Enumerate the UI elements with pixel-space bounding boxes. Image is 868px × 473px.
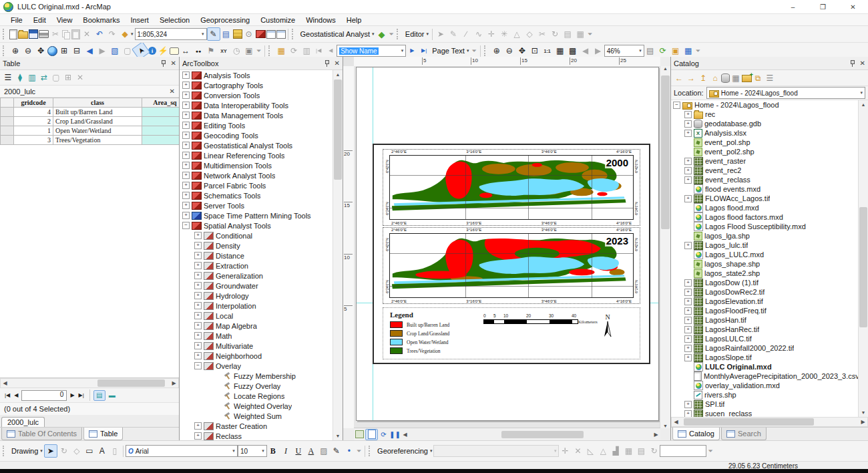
- expander-icon[interactable]: [684, 317, 692, 324]
- expander-icon[interactable]: [684, 167, 692, 174]
- catalog-tree-item[interactable]: sucen_reclass: [671, 409, 859, 417]
- expander-icon[interactable]: [182, 112, 190, 119]
- find-icon[interactable]: [192, 45, 204, 57]
- edit-arrow-icon[interactable]: ➤: [435, 28, 447, 40]
- open-folder-icon[interactable]: [18, 31, 28, 39]
- row-selector[interactable]: [1, 108, 14, 117]
- menu-item[interactable]: Geoprocessing: [195, 15, 255, 25]
- record-nav-button[interactable]: |◀: [3, 392, 12, 398]
- catalog-tree-item[interactable]: event_rec2: [671, 166, 859, 175]
- lulc-map-2023[interactable]: 2023: [389, 233, 634, 298]
- edit-rotate-icon[interactable]: ↻: [549, 28, 561, 40]
- toolbox-tree-item[interactable]: Reclass: [180, 431, 333, 440]
- panel-tab[interactable]: Table: [83, 428, 123, 440]
- draw-rotate-icon[interactable]: ↻: [58, 445, 70, 457]
- data-view-button[interactable]: [354, 430, 365, 440]
- catalog-tree-item[interactable]: MonthlyAveragePrecipitation_2000_2023_3.…: [671, 371, 859, 381]
- draw-callout-icon[interactable]: ▯: [109, 445, 121, 457]
- toolbox-tree-item[interactable]: Raster Creation: [180, 421, 333, 431]
- column-header-gridcode[interactable]: gridcode: [14, 98, 53, 108]
- toolbox-tree-item[interactable]: Conversion Tools: [180, 90, 333, 100]
- undo-icon[interactable]: ↶: [93, 28, 105, 40]
- toolbox-tree-item[interactable]: Local: [180, 311, 333, 321]
- map-layout-frame[interactable]: 2°46'0"E3°16'0"E3°46'0"E4°16'0"E 2°46'0"…: [373, 144, 650, 364]
- close-table-icon[interactable]: ✕: [170, 88, 175, 95]
- expander-icon[interactable]: [684, 298, 692, 305]
- hyperlink-icon[interactable]: ⚡: [157, 45, 169, 57]
- toolbox-tree-item[interactable]: Conditional: [180, 230, 333, 241]
- expander-icon[interactable]: [182, 102, 190, 109]
- add-data-icon[interactable]: ◆: [119, 28, 131, 40]
- page-back-icon[interactable]: ◀: [580, 45, 592, 57]
- panel-tab[interactable]: Search: [721, 428, 767, 440]
- drawing-menu[interactable]: Drawing: [9, 447, 40, 455]
- close-icon[interactable]: ✕: [860, 59, 865, 67]
- data-frame-2023[interactable]: 2°46'0"E3°16'0"E3°46'0"E4°16'0"E 2°46'0"…: [383, 227, 640, 304]
- expander-icon[interactable]: [684, 195, 692, 202]
- expander-icon[interactable]: [194, 282, 202, 289]
- catalog-tree-item[interactable]: Lagos flood.mxd: [671, 203, 859, 212]
- up-one-level-icon[interactable]: ↥: [697, 72, 709, 84]
- switch-selection-icon[interactable]: ⇄: [38, 71, 50, 84]
- expander-icon[interactable]: [684, 120, 692, 128]
- fixed-zoom-in-icon[interactable]: ⊞: [58, 45, 70, 57]
- show-selected-records-button[interactable]: ▬: [107, 391, 118, 400]
- marker-color-icon[interactable]: •: [343, 445, 355, 457]
- toolbar-overflow-icon[interactable]: ⏷: [256, 47, 261, 55]
- page-text-menu[interactable]: Page Text: [430, 47, 467, 55]
- panel-tab[interactable]: Catalog: [672, 428, 720, 440]
- fill-color-icon[interactable]: ▨: [318, 445, 330, 457]
- catalog-tree-item[interactable]: Analysis.xlsx: [671, 128, 859, 138]
- change-layout-icon[interactable]: ▣: [670, 45, 682, 57]
- catalog-tree-item[interactable]: event_reclass: [671, 175, 859, 184]
- toolbox-tree-item[interactable]: Geostatistical Analyst Tools: [180, 140, 333, 150]
- table-options-icon[interactable]: ☰: [2, 71, 14, 84]
- record-nav-button[interactable]: ▶: [68, 392, 76, 398]
- toolbar-overflow-icon[interactable]: ⏷: [708, 448, 712, 455]
- catalog-back-icon[interactable]: ←: [673, 72, 685, 84]
- catalog-tree-item[interactable]: rec: [671, 110, 859, 119]
- ddp-page-setup-icon[interactable]: ▦: [682, 45, 694, 57]
- draw-shape-icon[interactable]: ▭: [83, 445, 95, 457]
- options-list-icon[interactable]: ☰: [764, 72, 776, 84]
- expander-icon[interactable]: [684, 289, 692, 296]
- menu-item[interactable]: Bookmarks: [77, 15, 125, 25]
- select-features-icon[interactable]: ▧: [109, 45, 121, 57]
- toolbar-grip[interactable]: [3, 29, 7, 39]
- menu-item[interactable]: View: [51, 15, 78, 25]
- georef-add-points-icon[interactable]: ✛: [559, 445, 571, 457]
- georef-link4-icon[interactable]: ▟: [610, 445, 622, 457]
- table-row[interactable]: 2 Crop Land/Grassland: [1, 117, 180, 126]
- catalog-tree-item[interactable]: rivers.shp: [671, 390, 859, 400]
- toolbox-tree-item[interactable]: Overlay: [180, 361, 333, 371]
- page-text-dropdown-icon[interactable]: ▾: [467, 48, 469, 53]
- toolbox-tree-item[interactable]: Data Interoperability Tools: [180, 100, 333, 110]
- geostatistical-analyst-menu[interactable]: Geostatistical Analyst: [298, 30, 373, 38]
- toolbox-tree-item[interactable]: Math: [180, 331, 333, 341]
- georeferencing-menu[interactable]: Georeferencing: [375, 447, 430, 455]
- table-row[interactable]: 3 Trees/Vegetation: [1, 136, 180, 145]
- back-extent-icon[interactable]: ◀: [83, 45, 95, 57]
- ddp-page-combo[interactable]: Show Name▾: [337, 45, 406, 57]
- expander-icon[interactable]: [182, 92, 190, 99]
- expander-icon[interactable]: [182, 82, 190, 89]
- toolbox-tree-item[interactable]: Neighborhood: [180, 351, 333, 361]
- toolbar-grip[interactable]: [292, 29, 296, 39]
- underline-icon[interactable]: U: [292, 445, 304, 457]
- font-size-combo[interactable]: 10▾: [238, 445, 267, 457]
- layout-view-button[interactable]: [365, 429, 378, 440]
- toolbox-tree-item[interactable]: Space Time Pattern Mining Tools: [180, 210, 333, 220]
- edit-reshape-icon[interactable]: △: [511, 28, 523, 40]
- viewer-window-icon[interactable]: ▣: [243, 45, 255, 57]
- copy-icon[interactable]: [62, 30, 71, 39]
- georef-rotate-icon[interactable]: ↻: [648, 445, 660, 457]
- home-button-icon[interactable]: ⌂: [709, 72, 721, 84]
- page-grid2-icon[interactable]: ▩: [567, 45, 579, 57]
- expander-icon[interactable]: [182, 212, 190, 219]
- add-data-dropdown-icon[interactable]: ▾: [131, 31, 134, 37]
- toolbox-tree-item[interactable]: Weighted Overlay: [180, 401, 333, 411]
- print-icon[interactable]: [39, 30, 49, 38]
- expander-icon[interactable]: [684, 130, 692, 137]
- expander-icon[interactable]: [182, 142, 190, 149]
- toolbox-tree-item[interactable]: Multidimension Tools: [180, 160, 333, 170]
